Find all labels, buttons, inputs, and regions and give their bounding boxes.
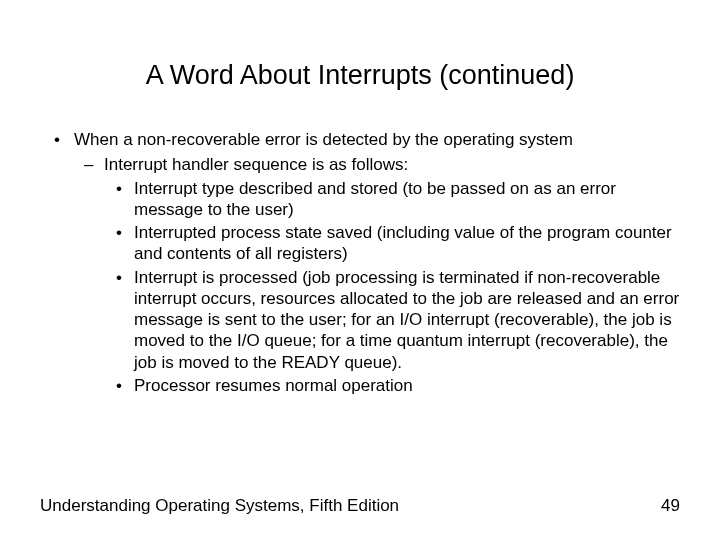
footer: Understanding Operating Systems, Fifth E… [40, 496, 680, 516]
slide: A Word About Interrupts (continued) When… [0, 0, 720, 396]
book-title: Understanding Operating Systems, Fifth E… [40, 496, 399, 516]
bullet-text: Processor resumes normal operation [134, 376, 413, 395]
sub-list: Interrupt handler sequence is as follows… [74, 154, 680, 396]
bullet-text: Interrupted process state saved (includi… [134, 223, 672, 263]
bullet-list: When a non-recoverable error is detected… [40, 129, 680, 396]
list-item: Interrupt is processed (job processing i… [134, 267, 680, 373]
list-item: Interrupted process state saved (includi… [134, 222, 680, 265]
bullet-text: When a non-recoverable error is detected… [74, 130, 573, 149]
list-item: Processor resumes normal operation [134, 375, 680, 396]
bullet-text: Interrupt type described and stored (to … [134, 179, 616, 219]
list-item: Interrupt type described and stored (to … [134, 178, 680, 221]
list-item: When a non-recoverable error is detected… [74, 129, 680, 396]
page-number: 49 [661, 496, 680, 516]
sub-sub-list: Interrupt type described and stored (to … [104, 178, 680, 397]
slide-title: A Word About Interrupts (continued) [40, 60, 680, 91]
bullet-text: Interrupt is processed (job processing i… [134, 268, 679, 372]
bullet-text: Interrupt handler sequence is as follows… [104, 155, 408, 174]
list-item: Interrupt handler sequence is as follows… [104, 154, 680, 396]
